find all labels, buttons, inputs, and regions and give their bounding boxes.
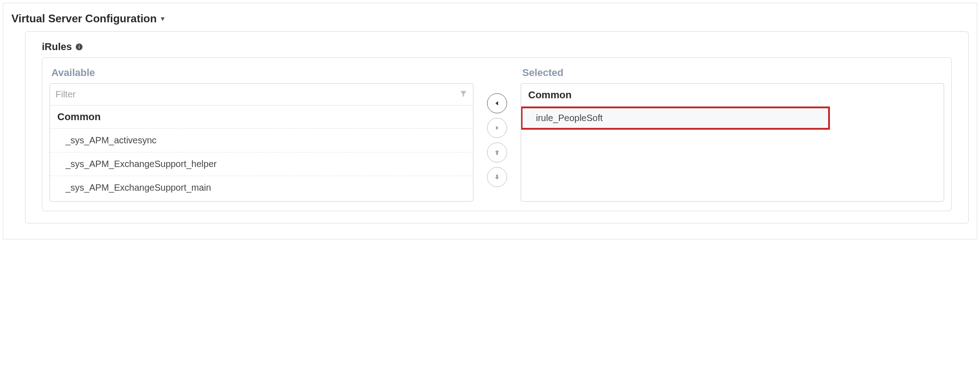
arrow-down-icon (493, 173, 501, 181)
available-list-box: Common _sys_APM_activesync _sys_APM_Exch… (50, 83, 473, 202)
triangle-right-icon (494, 125, 500, 131)
triangle-left-icon (494, 100, 500, 106)
irules-subheading: iRules (42, 41, 952, 53)
subsection-title: iRules (42, 41, 72, 53)
selected-list-box: Common irule_PeopleSoft (521, 83, 945, 202)
move-down-button[interactable] (487, 167, 507, 187)
section-header-toggle[interactable]: Virtual Server Configuration ▼ (11, 9, 969, 31)
filter-row (50, 84, 473, 106)
filter-input[interactable] (50, 84, 473, 105)
available-label: Available (50, 65, 473, 83)
arrow-up-icon (493, 149, 501, 156)
irules-panel: iRules Available Common _sys_APM_activ (25, 31, 969, 223)
move-right-button[interactable] (487, 118, 507, 138)
available-group-header: Common (50, 106, 473, 128)
section-title: Virtual Server Configuration (11, 12, 157, 25)
virtual-server-config-panel: Virtual Server Configuration ▼ iRules Av… (3, 3, 977, 239)
list-item[interactable]: _sys_APM_ExchangeSupport_main (50, 176, 473, 199)
info-icon[interactable] (75, 42, 84, 51)
svg-rect-2 (79, 45, 80, 46)
svg-rect-1 (79, 46, 80, 49)
move-up-button[interactable] (487, 142, 507, 162)
move-left-button[interactable] (487, 93, 507, 113)
selected-group-header: Common (521, 84, 944, 106)
list-item[interactable]: _sys_APM_activesync (50, 128, 473, 152)
dual-list-box: Available Common _sys_APM_activesync _sy… (42, 57, 952, 211)
list-item[interactable]: _sys_APM_ExchangeSupport_helper (50, 152, 473, 176)
list-item[interactable]: irule_PeopleSoft (521, 106, 830, 130)
available-side: Available Common _sys_APM_activesync _sy… (50, 65, 473, 202)
caret-down-icon: ▼ (160, 15, 166, 22)
selected-side: Selected Common irule_PeopleSoft (521, 65, 945, 202)
selected-label: Selected (521, 65, 945, 83)
transfer-buttons (481, 65, 513, 202)
